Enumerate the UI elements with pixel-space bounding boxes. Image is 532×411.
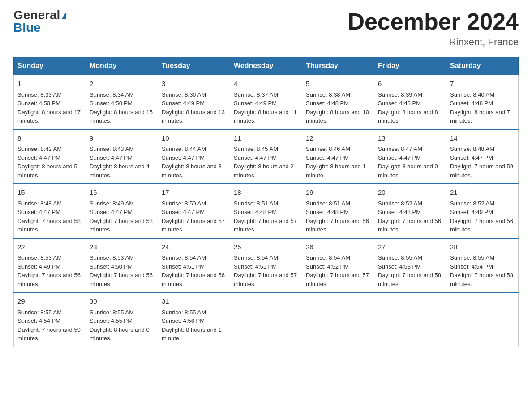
sunset-text: Sunset: 4:49 PM [17, 263, 60, 270]
sunrise-text: Sunrise: 8:53 AM [90, 254, 134, 261]
header-cell-thursday: Thursday [302, 57, 374, 75]
sunset-text: Sunset: 4:48 PM [234, 209, 277, 215]
day-cell: 1Sunrise: 8:33 AMSunset: 4:50 PMDaylight… [14, 75, 86, 129]
sunset-text: Sunset: 4:47 PM [450, 154, 493, 161]
day-number: 12 [306, 133, 370, 144]
day-number: 11 [234, 133, 298, 144]
sunset-text: Sunset: 4:51 PM [162, 263, 205, 270]
daylight-text: Daylight: 7 hours and 56 minutes. [17, 272, 81, 287]
logo-blue-text: Blue [13, 21, 41, 34]
daylight-text: Daylight: 8 hours and 11 minutes. [234, 109, 297, 124]
daylight-text: Daylight: 7 hours and 57 minutes. [234, 218, 297, 233]
day-cell: 31Sunrise: 8:55 AMSunset: 4:56 PMDayligh… [158, 292, 230, 347]
daylight-text: Daylight: 8 hours and 1 minute. [162, 326, 222, 342]
sunrise-text: Sunrise: 8:55 AM [378, 254, 422, 261]
logo: General Blue [13, 9, 66, 34]
day-cell: 5Sunrise: 8:38 AMSunset: 4:48 PMDaylight… [302, 75, 374, 129]
daylight-text: Daylight: 8 hours and 7 minutes. [450, 109, 510, 124]
day-cell: 30Sunrise: 8:55 AMSunset: 4:55 PMDayligh… [86, 292, 158, 347]
sunrise-text: Sunrise: 8:43 AM [90, 146, 134, 152]
day-number: 2 [90, 79, 154, 89]
day-cell [302, 292, 374, 347]
day-number: 13 [378, 133, 442, 144]
day-cell: 7Sunrise: 8:40 AMSunset: 4:48 PMDaylight… [446, 75, 519, 129]
daylight-text: Daylight: 7 hours and 56 minutes. [162, 272, 225, 287]
day-number: 29 [17, 296, 82, 307]
daylight-text: Daylight: 8 hours and 2 minutes. [234, 163, 294, 179]
daylight-text: Daylight: 7 hours and 59 minutes. [450, 163, 513, 179]
sunset-text: Sunset: 4:52 PM [306, 263, 349, 270]
daylight-text: Daylight: 7 hours and 59 minutes. [17, 326, 81, 342]
day-number: 28 [450, 242, 515, 253]
sunrise-text: Sunrise: 8:52 AM [378, 200, 422, 207]
daylight-text: Daylight: 7 hours and 58 minutes. [378, 272, 441, 287]
daylight-text: Daylight: 7 hours and 56 minutes. [90, 272, 153, 287]
header-cell-tuesday: Tuesday [158, 57, 230, 75]
day-number: 26 [306, 242, 370, 253]
sunset-text: Sunset: 4:47 PM [90, 209, 133, 215]
sunrise-text: Sunrise: 8:53 AM [17, 254, 62, 261]
sunrise-text: Sunrise: 8:45 AM [234, 146, 278, 152]
sunrise-text: Sunrise: 8:36 AM [162, 91, 206, 98]
day-number: 19 [306, 188, 370, 198]
day-number: 16 [90, 188, 154, 198]
day-number: 18 [234, 188, 298, 198]
sunrise-text: Sunrise: 8:55 AM [450, 254, 494, 261]
sunset-text: Sunset: 4:50 PM [17, 100, 60, 107]
sunset-text: Sunset: 4:49 PM [162, 100, 205, 107]
sunset-text: Sunset: 4:47 PM [17, 209, 60, 215]
sunset-text: Sunset: 4:48 PM [450, 100, 493, 107]
day-number: 10 [162, 133, 226, 144]
sunset-text: Sunset: 4:48 PM [306, 209, 349, 215]
sunrise-text: Sunrise: 8:55 AM [90, 309, 134, 316]
daylight-text: Daylight: 7 hours and 58 minutes. [90, 218, 153, 233]
sunset-text: Sunset: 4:48 PM [378, 100, 421, 107]
sunrise-text: Sunrise: 8:54 AM [162, 254, 206, 261]
sunrise-text: Sunrise: 8:44 AM [162, 146, 206, 152]
day-number: 9 [90, 133, 154, 144]
daylight-text: Daylight: 7 hours and 57 minutes. [234, 272, 297, 287]
day-cell: 27Sunrise: 8:55 AMSunset: 4:53 PMDayligh… [374, 238, 446, 293]
day-cell: 12Sunrise: 8:46 AMSunset: 4:47 PMDayligh… [302, 129, 374, 184]
day-number: 30 [90, 296, 154, 307]
day-cell: 14Sunrise: 8:48 AMSunset: 4:47 PMDayligh… [446, 129, 519, 184]
daylight-text: Daylight: 8 hours and 13 minutes. [162, 109, 225, 124]
day-cell [446, 292, 519, 347]
day-cell: 10Sunrise: 8:44 AMSunset: 4:47 PMDayligh… [158, 129, 230, 184]
sunset-text: Sunset: 4:49 PM [450, 209, 493, 215]
header-row: SundayMondayTuesdayWednesdayThursdayFrid… [14, 57, 519, 75]
day-cell: 20Sunrise: 8:52 AMSunset: 4:48 PMDayligh… [374, 184, 446, 238]
sunset-text: Sunset: 4:50 PM [90, 263, 133, 270]
day-cell: 18Sunrise: 8:51 AMSunset: 4:48 PMDayligh… [230, 184, 302, 238]
sunset-text: Sunset: 4:48 PM [306, 100, 349, 107]
page-header: General Blue December 2024 Rinxent, Fran… [13, 9, 519, 48]
header-cell-wednesday: Wednesday [230, 57, 302, 75]
sunset-text: Sunset: 4:49 PM [234, 100, 277, 107]
sunset-text: Sunset: 4:47 PM [162, 154, 205, 161]
sunset-text: Sunset: 4:54 PM [17, 317, 60, 324]
day-number: 4 [234, 79, 298, 89]
header-cell-saturday: Saturday [446, 57, 519, 75]
day-number: 5 [306, 79, 370, 89]
sunrise-text: Sunrise: 8:51 AM [306, 200, 350, 207]
daylight-text: Daylight: 8 hours and 4 minutes. [90, 163, 150, 179]
calendar-header: SundayMondayTuesdayWednesdayThursdayFrid… [14, 57, 519, 75]
day-number: 6 [378, 79, 442, 89]
daylight-text: Daylight: 8 hours and 0 minutes. [90, 326, 150, 342]
daylight-text: Daylight: 8 hours and 8 minutes. [378, 109, 438, 124]
day-cell: 16Sunrise: 8:49 AMSunset: 4:47 PMDayligh… [86, 184, 158, 238]
day-cell: 3Sunrise: 8:36 AMSunset: 4:49 PMDaylight… [158, 75, 230, 129]
week-row-2: 8Sunrise: 8:42 AMSunset: 4:47 PMDaylight… [14, 129, 519, 184]
day-number: 31 [162, 296, 226, 307]
sunrise-text: Sunrise: 8:37 AM [234, 91, 278, 98]
day-number: 24 [162, 242, 226, 253]
sunset-text: Sunset: 4:47 PM [234, 154, 277, 161]
day-number: 8 [17, 133, 82, 144]
day-cell: 2Sunrise: 8:34 AMSunset: 4:50 PMDaylight… [86, 75, 158, 129]
sunset-text: Sunset: 4:47 PM [17, 154, 60, 161]
day-cell: 21Sunrise: 8:52 AMSunset: 4:49 PMDayligh… [446, 184, 519, 238]
sunrise-text: Sunrise: 8:40 AM [450, 91, 494, 98]
sunset-text: Sunset: 4:55 PM [90, 317, 133, 324]
title-section: December 2024 Rinxent, France [348, 9, 519, 48]
daylight-text: Daylight: 7 hours and 57 minutes. [306, 272, 369, 287]
